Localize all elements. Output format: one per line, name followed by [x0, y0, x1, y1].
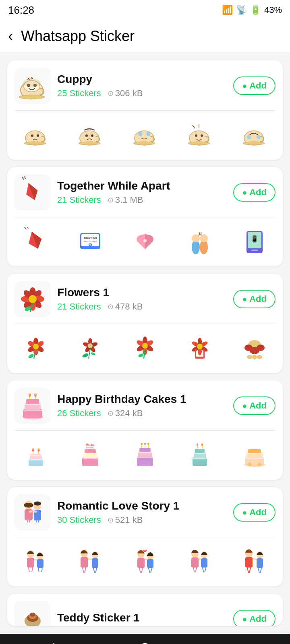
svg-rect-130: [136, 457, 154, 458]
pack-thumbnail-partial: [14, 601, 51, 626]
sticker-preview: [69, 543, 112, 579]
svg-line-29: [25, 176, 25, 179]
pack-size-cuppy: ⊙ 306 kB: [108, 88, 143, 99]
svg-point-27: [257, 135, 261, 139]
back-nav-button[interactable]: [36, 638, 60, 644]
svg-rect-141: [192, 458, 208, 459]
battery-icon: 🔋: [250, 5, 261, 15]
previews-flowers: [14, 330, 276, 366]
pack-name-flowers: Flowers 1: [57, 286, 227, 299]
recents-nav-button[interactable]: [230, 638, 254, 644]
svg-rect-112: [28, 459, 44, 460]
pack-count-romantic: 30 Stickers: [57, 515, 101, 525]
svg-point-87: [197, 344, 203, 349]
sticker-preview: Happy Birthday: [69, 436, 112, 473]
svg-point-21: [201, 134, 203, 137]
svg-rect-173: [147, 559, 153, 568]
add-button-cuppy[interactable]: ● Add: [233, 76, 276, 95]
svg-point-5: [23, 79, 41, 87]
svg-point-11: [79, 142, 100, 145]
svg-point-15: [133, 142, 155, 145]
svg-text:WHILE APART: WHILE APART: [84, 240, 97, 243]
sticker-preview: [14, 223, 57, 259]
svg-point-137: [147, 443, 149, 445]
svg-point-12: [85, 134, 88, 137]
whatsapp-icon: ●: [242, 188, 247, 197]
add-button-partial[interactable]: ● Add: [233, 610, 276, 626]
pack-info-together: Together While Apart 21 Stickers ⊙ 3.1 M…: [57, 180, 227, 205]
sticker-preview: [14, 436, 57, 473]
svg-rect-129: [139, 448, 151, 452]
svg-rect-169: [92, 558, 98, 568]
svg-rect-177: [201, 558, 207, 568]
svg-point-136: [144, 443, 146, 445]
svg-point-157: [24, 503, 33, 508]
pack-meta-birthday: 26 Stickers ⊙ 324 kB: [57, 408, 227, 419]
pack-name-partial: Teddy Sticker 1: [57, 611, 227, 624]
svg-rect-152: [246, 453, 263, 454]
svg-point-154: [257, 463, 262, 466]
svg-rect-140: [195, 449, 205, 453]
svg-point-64: [27, 353, 34, 359]
add-button-birthday[interactable]: ● Add: [233, 396, 276, 415]
sticker-preview: TOGETHER WHILE APART 🌍: [69, 223, 112, 259]
svg-rect-90: [195, 357, 205, 359]
bottom-navigation: [0, 634, 290, 644]
sticker-preview: [14, 116, 57, 153]
pack-name-together: Together While Apart: [57, 180, 227, 192]
svg-point-118: [32, 449, 33, 450]
svg-point-71: [82, 353, 89, 358]
sticker-pack-romantic: Romantic Love Story 1 30 Stickers ⊙ 521 …: [7, 487, 283, 586]
svg-point-145: [197, 444, 198, 446]
svg-text:🎉: 🎉: [197, 231, 202, 236]
add-label-together: Add: [249, 187, 267, 198]
add-label-romantic: Add: [249, 507, 267, 518]
status-time: 16:28: [8, 4, 34, 17]
pack-meta-together: 21 Stickers ⊙ 3.1 MB: [57, 195, 227, 205]
sticker-preview: [233, 116, 276, 153]
back-button[interactable]: ‹: [8, 29, 13, 43]
sticker-preview: [233, 543, 276, 579]
svg-rect-126: [83, 453, 98, 454]
svg-rect-125: [81, 458, 99, 459]
svg-rect-150: [248, 449, 261, 453]
svg-rect-102: [22, 410, 43, 411]
svg-line-28: [22, 177, 24, 180]
svg-point-135: [141, 443, 143, 445]
svg-point-8: [31, 134, 33, 137]
pack-size-romantic: ⊙ 521 kB: [108, 515, 143, 525]
pack-header-birthday: Happy Birthday Cakes 1 26 Stickers ⊙ 324…: [14, 388, 276, 424]
sticker-preview: [178, 436, 221, 473]
sticker-preview: [124, 330, 166, 366]
svg-rect-175: [191, 557, 199, 568]
svg-point-13: [91, 134, 93, 137]
svg-rect-131: [137, 452, 153, 453]
previews-birthday: Happy Birthday: [14, 436, 276, 473]
sticker-preview: 📱: [233, 223, 276, 259]
svg-point-95: [252, 343, 257, 347]
pack-thumbnail-flowers: [14, 281, 51, 317]
pack-name-romantic: Romantic Love Story 1: [57, 500, 227, 512]
add-button-flowers[interactable]: ● Add: [233, 290, 276, 308]
sticker-pack-birthday: Happy Birthday Cakes 1 26 Stickers ⊙ 324…: [7, 380, 283, 480]
svg-rect-142: [193, 453, 207, 454]
home-nav-button[interactable]: [133, 638, 157, 644]
pack-info-flowers: Flowers 1 21 Stickers ⊙ 478 kB: [57, 286, 227, 312]
sticker-preview: [14, 543, 57, 579]
signal-icon: 📡: [236, 5, 247, 15]
svg-rect-122: [85, 449, 96, 453]
sticker-pack-flowers: Flowers 1 21 Stickers ⊙ 478 kB ● Add: [7, 274, 283, 373]
whatsapp-icon: ●: [242, 508, 247, 517]
add-button-romantic[interactable]: ● Add: [233, 503, 276, 522]
whatsapp-icon: ●: [242, 615, 247, 624]
pack-size-flowers: ⊙ 478 kB: [108, 301, 143, 312]
svg-point-9: [37, 134, 39, 137]
svg-rect-151: [244, 458, 265, 459]
svg-point-79: [142, 343, 148, 349]
svg-point-160: [34, 502, 41, 506]
add-button-together[interactable]: ● Add: [233, 183, 276, 202]
pack-info-cuppy: Cuppy 25 Stickers ⊙ 306 kB: [57, 73, 227, 99]
divider-together: [14, 217, 276, 217]
pack-count-together: 21 Stickers: [57, 195, 101, 205]
add-label-cuppy: Add: [249, 80, 267, 91]
